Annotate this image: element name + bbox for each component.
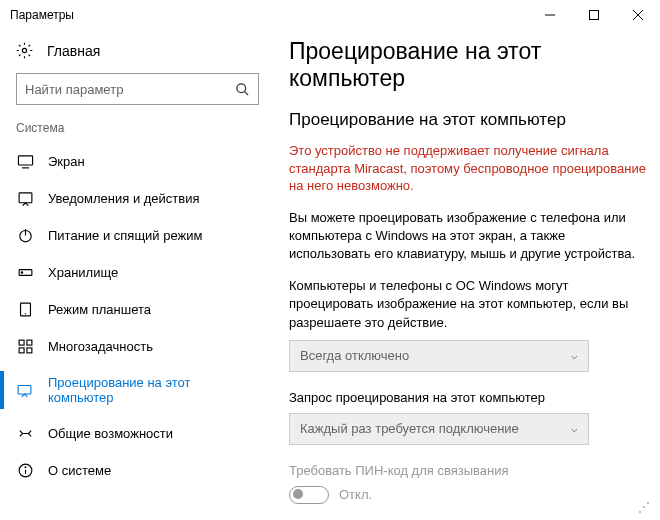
minimize-button[interactable] bbox=[528, 0, 572, 30]
sidebar-item-display[interactable]: Экран bbox=[0, 143, 275, 180]
window-title: Параметры bbox=[10, 8, 74, 22]
svg-rect-16 bbox=[19, 340, 24, 345]
svg-rect-1 bbox=[590, 11, 599, 20]
svg-point-4 bbox=[22, 48, 26, 52]
sidebar-item-label: О системе bbox=[48, 463, 111, 478]
sidebar-item-label: Общие возможности bbox=[48, 426, 173, 441]
sidebar-item-label: Хранилище bbox=[48, 265, 118, 280]
sidebar-item-label: Режим планшета bbox=[48, 302, 151, 317]
notification-icon bbox=[16, 190, 34, 207]
sidebar-item-shared[interactable]: Общие возможности bbox=[0, 415, 275, 452]
dropdown-value: Каждый раз требуется подключение bbox=[300, 421, 519, 436]
page-title: Проецирование на этот компьютер bbox=[289, 38, 650, 92]
allow-projection-dropdown[interactable]: Всегда отключено ⌵ bbox=[289, 340, 589, 372]
titlebar: Параметры bbox=[0, 0, 660, 30]
svg-point-5 bbox=[237, 83, 246, 92]
svg-rect-9 bbox=[19, 193, 32, 203]
svg-rect-19 bbox=[26, 348, 31, 353]
sidebar-item-label: Многозадачность bbox=[48, 339, 153, 354]
svg-rect-17 bbox=[26, 340, 31, 345]
resize-grip-icon[interactable]: ⋰ bbox=[638, 500, 652, 514]
svg-rect-20 bbox=[19, 385, 32, 394]
chevron-down-icon: ⌵ bbox=[571, 349, 578, 362]
sidebar: Главная Найти параметр Система Экран Уве… bbox=[0, 30, 275, 520]
sidebar-item-label: Уведомления и действия bbox=[48, 191, 200, 206]
svg-point-13 bbox=[21, 272, 22, 273]
sidebar-item-label: Проецирование на этот компьютер bbox=[48, 375, 259, 405]
window-controls bbox=[528, 0, 660, 30]
sidebar-item-label: Питание и спящий режим bbox=[48, 228, 202, 243]
toggle-knob bbox=[293, 489, 303, 499]
monitor-icon bbox=[16, 153, 34, 170]
svg-point-23 bbox=[25, 467, 26, 468]
sidebar-item-multitasking[interactable]: Многозадачность bbox=[0, 328, 275, 365]
svg-line-6 bbox=[244, 91, 248, 95]
sidebar-item-notifications[interactable]: Уведомления и действия bbox=[0, 180, 275, 217]
gear-icon bbox=[16, 42, 33, 59]
sidebar-item-label: Экран bbox=[48, 154, 85, 169]
section-heading: Проецирование на этот компьютер bbox=[289, 110, 650, 130]
info-icon bbox=[16, 462, 34, 479]
multitasking-icon bbox=[16, 338, 34, 355]
chevron-down-icon: ⌵ bbox=[571, 422, 578, 435]
setting-ask-projection: Запрос проецирования на этот компьютер К… bbox=[289, 390, 650, 445]
tablet-icon bbox=[16, 301, 34, 318]
search-input[interactable]: Найти параметр bbox=[16, 73, 259, 105]
svg-rect-18 bbox=[19, 348, 24, 353]
toggle-state-label: Откл. bbox=[339, 487, 372, 502]
setting-label: Запрос проецирования на этот компьютер bbox=[289, 390, 650, 405]
home-label: Главная bbox=[47, 43, 100, 59]
search-placeholder: Найти параметр bbox=[25, 82, 123, 97]
storage-icon bbox=[16, 264, 34, 281]
pin-toggle-row: Откл. bbox=[289, 486, 650, 504]
shared-icon bbox=[16, 425, 34, 442]
sidebar-item-power[interactable]: Питание и спящий режим bbox=[0, 217, 275, 254]
setting-description: Компьютеры и телефоны с ОС Windows могут… bbox=[289, 277, 650, 332]
pin-toggle[interactable] bbox=[289, 486, 329, 504]
sidebar-item-storage[interactable]: Хранилище bbox=[0, 254, 275, 291]
svg-rect-7 bbox=[18, 156, 32, 165]
sidebar-item-about[interactable]: О системе bbox=[0, 452, 275, 489]
home-nav[interactable]: Главная bbox=[0, 36, 275, 73]
ask-projection-dropdown[interactable]: Каждый раз требуется подключение ⌵ bbox=[289, 413, 589, 445]
sidebar-item-projecting[interactable]: Проецирование на этот компьютер bbox=[0, 365, 275, 415]
power-icon bbox=[16, 227, 34, 244]
projection-description: Вы можете проецировать изображение с тел… bbox=[289, 209, 650, 264]
projecting-icon bbox=[16, 382, 34, 399]
setting-allow-projection: Компьютеры и телефоны с ОС Windows могут… bbox=[289, 277, 650, 372]
dropdown-value: Всегда отключено bbox=[300, 348, 409, 363]
sidebar-section-label: Система bbox=[0, 121, 275, 143]
pin-label: Требовать ПИН-код для связывания bbox=[289, 463, 650, 478]
miracast-warning: Это устройство не поддерживает получение… bbox=[289, 142, 650, 195]
main-panel: Проецирование на этот компьютер Проециро… bbox=[275, 30, 660, 520]
search-icon bbox=[235, 82, 250, 97]
sidebar-item-tablet[interactable]: Режим планшета bbox=[0, 291, 275, 328]
close-button[interactable] bbox=[616, 0, 660, 30]
maximize-button[interactable] bbox=[572, 0, 616, 30]
